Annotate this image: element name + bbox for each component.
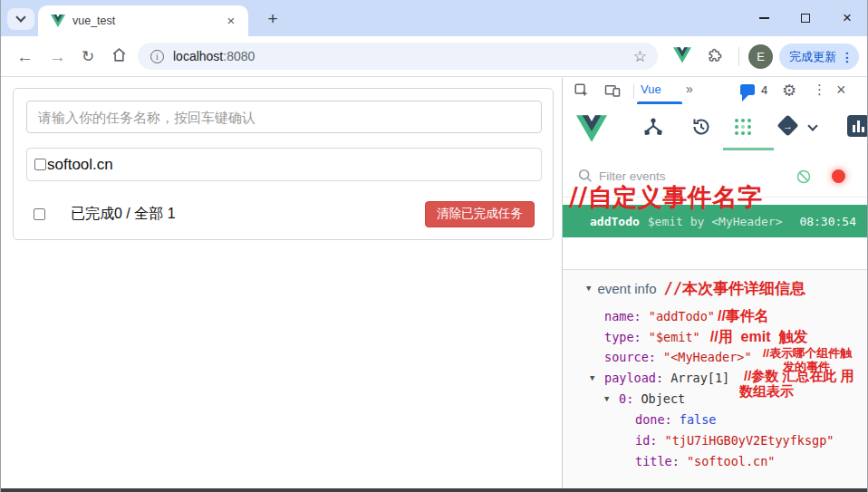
browser-window: vue_test × + × ← → ↻ i localhost:8080 ☆ …: [0, 0, 868, 492]
tab-vue[interactable]: Vue: [641, 82, 661, 96]
url-port: :8080: [223, 49, 255, 63]
vue-favicon-icon: [51, 14, 65, 27]
devtools-separator: [633, 83, 634, 99]
tree-value: "softool.cn": [687, 454, 776, 468]
console-messages-icon[interactable]: [740, 84, 755, 95]
tree-key: id:: [635, 433, 657, 448]
todo-summary: 已完成0 / 全部 1: [71, 205, 425, 224]
vue-devtools-toolbar: →: [563, 106, 868, 152]
tree-row: done: false: [563, 410, 868, 430]
todo-list-item: softool.cn: [26, 148, 542, 181]
vue-tab-underline: [637, 101, 682, 104]
tree-key: payload:: [604, 371, 663, 385]
inspect-element-icon[interactable]: [574, 82, 590, 102]
vue-extension-icon[interactable]: [673, 47, 691, 67]
components-tab-icon[interactable]: [642, 116, 664, 141]
events-tab-underline: [723, 148, 774, 150]
tree-key: source:: [604, 350, 656, 364]
router-arrow-icon: →: [780, 118, 796, 133]
chevron-down-icon: [15, 12, 25, 22]
tab-search-button[interactable]: [7, 8, 34, 30]
browser-tab[interactable]: vue_test ×: [38, 5, 248, 36]
tree-row: id: "tjU7iHGB0yV2Etyyfksgp": [563, 430, 868, 451]
performance-chart-icon[interactable]: [847, 115, 868, 137]
update-chrome-button[interactable]: 完成更新 ⋮: [779, 43, 859, 70]
tree-key: 0:: [619, 391, 633, 406]
tree-key: type:: [604, 330, 641, 344]
browser-toolbar: ← → ↻ i localhost:8080 ☆ E 完成更新 ⋮: [0, 36, 868, 77]
forward-button[interactable]: →: [49, 48, 66, 65]
tab-close-icon[interactable]: ×: [223, 13, 239, 29]
new-tab-button[interactable]: +: [261, 7, 285, 31]
profile-avatar[interactable]: E: [748, 44, 773, 69]
home-button[interactable]: [111, 46, 128, 66]
event-meta: $emit by <MyHeader>: [648, 215, 800, 228]
router-tab-icon[interactable]: →: [776, 114, 798, 136]
annotation-type: //用 emit 触发: [710, 329, 808, 344]
maximize-icon: [801, 14, 810, 23]
todo-title: softool.cn: [47, 156, 113, 174]
collapse-triangle-icon[interactable]: ▼: [586, 284, 591, 293]
select-all-checkbox[interactable]: [34, 208, 45, 220]
url-host: localhost: [173, 49, 223, 63]
home-icon: [111, 46, 128, 63]
tree-value: false: [680, 412, 717, 427]
tree-key: done:: [635, 412, 672, 427]
tree-key: name:: [604, 309, 641, 323]
todo-input[interactable]: [26, 101, 542, 133]
browser-menu-icon[interactable]: ⋮: [841, 50, 854, 64]
router-dropdown-chevron-icon[interactable]: [807, 121, 817, 130]
event-detail-tree: name: "addTodo"//事件名 type: "$emit" //用 e…: [563, 305, 868, 472]
event-name: addTodo: [590, 215, 640, 228]
tree-value: Array[1]: [670, 371, 729, 385]
maximize-button[interactable]: [785, 0, 826, 36]
tab-strip: vue_test × + ×: [0, 0, 868, 36]
more-tabs-icon[interactable]: »: [686, 82, 693, 96]
events-tab-icon[interactable]: [733, 117, 753, 140]
expand-triangle-icon[interactable]: ▼: [590, 368, 594, 389]
device-toolbar-icon[interactable]: [604, 82, 621, 102]
close-devtools-icon[interactable]: ×: [836, 81, 846, 100]
tree-value: "addTodo": [649, 309, 715, 323]
close-window-button[interactable]: ×: [826, 0, 868, 36]
clear-events-ban-icon[interactable]: [796, 169, 811, 188]
site-info-icon[interactable]: i: [150, 50, 164, 63]
tree-value: Object: [641, 391, 685, 406]
tree-key: title:: [635, 454, 680, 468]
window-controls: ×: [743, 0, 868, 36]
annotation-event-name: //自定义事件名字: [569, 181, 762, 214]
window-bottom-edge: [0, 488, 868, 492]
back-button[interactable]: ←: [16, 48, 34, 65]
url-text[interactable]: localhost:8080: [173, 49, 633, 63]
toolbar-separator: [738, 47, 739, 66]
clear-completed-button[interactable]: 清除已完成任务: [425, 201, 535, 227]
devtools-tab-bar: Vue » 4 ⚙ ⋮ ×: [563, 78, 868, 104]
extensions-puzzle-icon[interactable]: [707, 47, 725, 69]
tree-row: name: "addTodo"//事件名: [563, 305, 868, 326]
event-time: 08:30:54: [799, 215, 856, 228]
devtools-panel: Vue » 4 ⚙ ⋮ × →: [562, 78, 868, 488]
tree-value: "<MyHeader>": [663, 350, 752, 364]
minimize-button[interactable]: [743, 0, 785, 36]
page-content: softool.cn 已完成0 / 全部 1 清除已完成任务: [0, 78, 562, 488]
vue-logo-icon: [576, 115, 607, 146]
todo-card: softool.cn 已完成0 / 全部 1 清除已完成任务: [13, 88, 554, 240]
tree-row: title: "softool.cn": [563, 451, 868, 472]
address-bar[interactable]: i localhost:8080 ☆: [138, 43, 658, 70]
settings-gear-icon[interactable]: ⚙: [782, 81, 796, 101]
tab-title: vue_test: [72, 14, 223, 27]
history-tab-icon[interactable]: [690, 116, 712, 141]
expand-triangle-icon[interactable]: ▼: [604, 389, 609, 410]
tree-value: "$emit": [649, 330, 700, 344]
message-count: 4: [761, 83, 767, 97]
record-events-button[interactable]: [832, 169, 845, 183]
window-left-edge: [0, 0, 1, 492]
devtools-menu-icon[interactable]: ⋮: [813, 82, 826, 98]
todo-checkbox[interactable]: [34, 159, 46, 170]
tree-row-expandable[interactable]: ▼ 0: Object: [563, 389, 868, 410]
reload-button[interactable]: ↻: [82, 49, 94, 64]
tree-row: type: "$emit" //用 emit 触发: [563, 326, 868, 347]
event-info-header[interactable]: ▼ event info //本次事件详细信息: [563, 278, 805, 298]
bookmark-star-icon[interactable]: ☆: [633, 47, 647, 66]
todo-footer: 已完成0 / 全部 1 清除已完成任务: [26, 196, 542, 232]
